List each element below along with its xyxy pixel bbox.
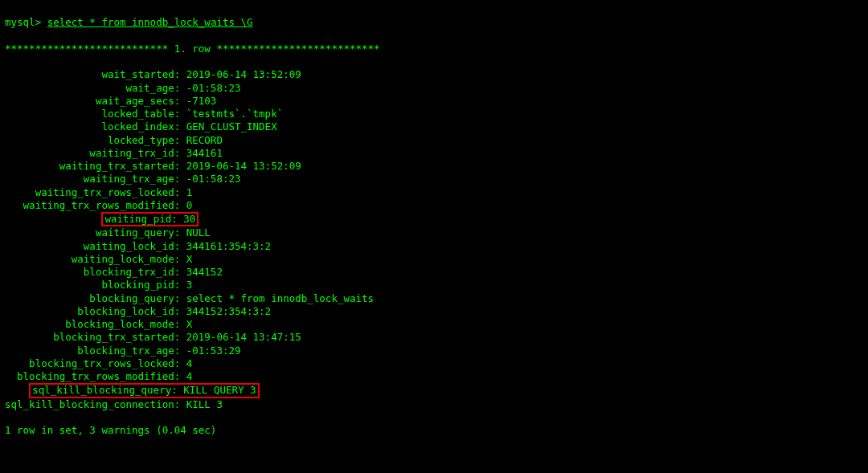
- kv-waiting_trx_rows_modified: waiting_trx_rows_modified: 0: [5, 199, 863, 212]
- kv-blocking_lock_id: blocking_lock_id: 344152:354:3:2: [5, 305, 863, 318]
- kv-waiting_pid: waiting_pid: 30: [5, 212, 863, 226]
- terminal-output: mysql> select * from innodb_lock_waits \…: [0, 0, 868, 473]
- kv-list: wait_started: 2019-06-14 13:52:09 wait_a…: [5, 68, 863, 411]
- kv-sql_kill_blocking_connection: sql_kill_blocking_connection: KILL 3: [5, 398, 863, 411]
- kv-waiting_trx_id: waiting_trx_id: 344161: [5, 147, 863, 160]
- kv-waiting_lock_id: waiting_lock_id: 344161:354:3:2: [5, 240, 863, 253]
- query-1: select * from innodb_lock_waits \G: [47, 16, 253, 28]
- kv-waiting_trx_started: waiting_trx_started: 2019-06-14 13:52:09: [5, 160, 863, 173]
- kv-blocking_query: blocking_query: select * from innodb_loc…: [5, 292, 863, 305]
- kv-blocking_trx_rows_locked: blocking_trx_rows_locked: 4: [5, 357, 863, 370]
- kv-waiting_query: waiting_query: NULL: [5, 226, 863, 239]
- kv-locked_index: locked_index: GEN_CLUST_INDEX: [5, 120, 863, 133]
- mysql-prompt: mysql>: [5, 16, 41, 28]
- kv-blocking_trx_age: blocking_trx_age: -01:53:29: [5, 345, 863, 357]
- kv-wait_age_secs: wait_age_secs: -7103: [5, 95, 863, 108]
- kv-wait_age: wait_age: -01:58:23: [5, 82, 863, 95]
- kv-blocking_trx_id: blocking_trx_id: 344152: [5, 266, 863, 279]
- kv-sql_kill_blocking_query: sql_kill_blocking_query: KILL QUERY 3: [5, 383, 863, 398]
- kv-waiting_trx_rows_locked: waiting_trx_rows_locked: 1: [5, 186, 863, 199]
- kv-waiting_lock_mode: waiting_lock_mode: X: [5, 253, 863, 266]
- highlight-kill-query: sql_kill_blocking_query: KILL QUERY 3: [29, 383, 259, 398]
- kv-locked_type: locked_type: RECORD: [5, 134, 863, 147]
- kv-blocking_pid: blocking_pid: 3: [5, 279, 863, 292]
- kv-blocking_trx_started: blocking_trx_started: 2019-06-14 13:47:1…: [5, 331, 863, 344]
- prompt-line[interactable]: mysql> select * from innodb_lock_waits \…: [5, 16, 863, 29]
- kv-locked_table: locked_table: `testmts`.`tmpk`: [5, 108, 863, 120]
- kv-blocking_lock_mode: blocking_lock_mode: X: [5, 318, 863, 331]
- row-separator: *************************** 1. row *****…: [5, 43, 863, 55]
- highlight-waiting-pid: waiting_pid: 30: [101, 212, 199, 226]
- kv-blocking_trx_rows_modified: blocking_trx_rows_modified: 4: [5, 370, 863, 383]
- result-footer: 1 row in set, 3 warnings (0.04 sec): [5, 424, 863, 437]
- kv-waiting_trx_age: waiting_trx_age: -01:58:23: [5, 173, 863, 186]
- kv-wait_started: wait_started: 2019-06-14 13:52:09: [5, 68, 863, 81]
